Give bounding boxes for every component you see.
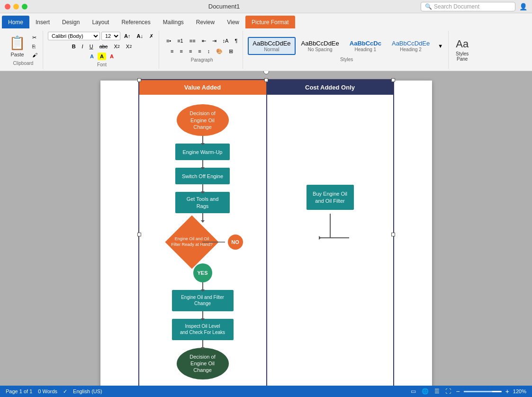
resize-handle-mr[interactable]	[391, 233, 395, 236]
flowchart-wrapper[interactable]: Value Added Decision of Engine Oil Chang…	[138, 79, 394, 386]
style-heading1[interactable]: AaBbCcDc Heading 1	[345, 37, 386, 55]
flowchart-steps: Decision of Engine Oil Change Engine War…	[139, 95, 266, 386]
print-layout-button[interactable]: ▭	[410, 388, 417, 395]
arrow-4	[202, 213, 203, 221]
align-center-button[interactable]: ≡	[177, 47, 185, 55]
decrease-indent-button[interactable]: ⇤	[199, 37, 208, 45]
step-oil-filter-change: Engine Oil and Filter Change	[172, 290, 234, 311]
style-normal[interactable]: AaBbCcDdEe Normal	[248, 37, 295, 55]
window-controls	[5, 4, 27, 9]
show-hide-button[interactable]: ¶	[232, 37, 240, 45]
rotate-handle[interactable]	[263, 71, 269, 74]
web-layout-button[interactable]: 🌐	[421, 388, 430, 395]
paste-label: Paste	[10, 52, 24, 57]
line-spacing-button[interactable]: ↕	[205, 47, 213, 55]
step-inspect: Inspect Oil Level and Check For Leaks	[172, 319, 234, 340]
zoom-minus[interactable]: −	[456, 388, 460, 395]
font-family-select[interactable]: Calibri (Body)	[48, 32, 100, 40]
ribbon-group-styles-pane: Aa Styles Pane	[451, 31, 474, 69]
increase-indent-button[interactable]: ⇥	[210, 37, 219, 45]
font-size-select[interactable]: 12	[101, 32, 120, 40]
style-no-spacing-label: No Spacing	[301, 47, 339, 52]
ribbon-tabs: Home Insert Design Layout References Mai…	[0, 13, 532, 28]
subscript-button[interactable]: X2	[111, 43, 122, 50]
tab-insert[interactable]: Insert	[29, 16, 56, 28]
zoom-slider[interactable]	[464, 391, 502, 392]
language[interactable]: English (US)	[73, 388, 102, 394]
tab-references[interactable]: References	[115, 16, 156, 28]
styles-more-button[interactable]: ▼	[435, 37, 445, 55]
ribbon-toolbar: 📋 Paste ✂ ⎘ 🖌 Clipboard Calibri (Body) 1…	[0, 28, 532, 71]
return-arrow-horiz	[311, 237, 349, 238]
justify-button[interactable]: ≡	[196, 47, 203, 55]
borders-button[interactable]: ⊞	[226, 47, 235, 55]
zoom-level[interactable]: 120%	[513, 388, 526, 394]
bold-button[interactable]: B	[70, 43, 78, 50]
font-color-button[interactable]: A	[108, 53, 116, 60]
search-placeholder: Search Document	[434, 3, 479, 10]
multilevel-list-button[interactable]: ≡≡	[187, 37, 198, 45]
format-painter-button[interactable]: 🖌	[30, 51, 40, 59]
tab-view[interactable]: View	[221, 16, 245, 28]
shading-button[interactable]: 🎨	[214, 47, 225, 55]
tab-home[interactable]: Home	[2, 16, 29, 28]
arrow-6	[202, 311, 203, 319]
maximize-button[interactable]	[22, 4, 27, 9]
strikethrough-button[interactable]: abc	[97, 43, 110, 50]
paste-button[interactable]: 📋 Paste	[7, 34, 28, 59]
word-count: 0 Words	[38, 388, 57, 394]
arrow-3	[202, 184, 203, 192]
minimize-button[interactable]	[13, 4, 19, 9]
clear-format-button[interactable]: ✗	[147, 32, 156, 40]
style-no-spacing[interactable]: AaBbCcDdEe No Spacing	[297, 37, 344, 55]
user-icon[interactable]: 👤	[519, 3, 527, 10]
tab-design[interactable]: Design	[56, 16, 86, 28]
style-heading2[interactable]: AaBbCcDdEe Heading 2	[387, 37, 434, 55]
resize-handle-tm[interactable]	[264, 78, 268, 82]
font-label: Font	[97, 62, 107, 67]
align-left-button[interactable]: ≡	[168, 47, 176, 55]
format-painter-icon: 🖌	[32, 52, 37, 58]
tab-picture-format[interactable]: Picture Format	[245, 16, 295, 28]
focus-button[interactable]: ⛶	[444, 388, 452, 395]
tab-review[interactable]: Review	[190, 16, 221, 28]
step-decision-start: Decision of Engine Oil Change	[177, 104, 229, 136]
resize-handle-tl[interactable]	[137, 78, 141, 82]
bullets-button[interactable]: ≡•	[164, 37, 173, 45]
resize-handle-ml[interactable]	[137, 233, 141, 236]
flowchart-left-column: Value Added Decision of Engine Oil Chang…	[139, 80, 267, 386]
text-effects-button[interactable]: A	[88, 53, 96, 60]
superscript-button[interactable]: X2	[124, 43, 134, 50]
highlight-button[interactable]: A	[98, 53, 106, 60]
paragraph-label: Paragraph	[191, 57, 213, 63]
cut-icon: ✂	[32, 35, 36, 41]
style-h2-text: AaBbCcDdEe	[392, 40, 430, 47]
copy-button[interactable]: ⎘	[30, 43, 40, 50]
status-bar: Page 1 of 1 0 Words ✓ English (US) ▭ 🌐 ☰…	[0, 386, 532, 397]
outline-button[interactable]: ☰	[433, 388, 441, 395]
tab-mailings[interactable]: Mailings	[157, 16, 190, 28]
diamond-wrapper: Engine Oil and Oil Filter Ready at Hand?…	[155, 221, 250, 263]
value-added-header: Value Added	[139, 80, 266, 95]
zoom-plus[interactable]: +	[505, 388, 509, 395]
ribbon-group-font: Calibri (Body) 12 A↑ A↓ ✗ B I U abc X2 X…	[45, 31, 159, 69]
arrow-1	[202, 136, 203, 144]
sort-button[interactable]: ↕A	[220, 37, 231, 45]
proofread-icon[interactable]: ✓	[63, 388, 67, 395]
resize-handle-tr[interactable]	[391, 78, 395, 82]
increase-font-button[interactable]: A↑	[122, 32, 133, 40]
cut-button[interactable]: ✂	[30, 34, 40, 42]
return-arrow-vertical	[330, 214, 331, 237]
tab-layout[interactable]: Layout	[86, 16, 115, 28]
search-box[interactable]: 🔍 Search Document	[421, 2, 515, 11]
underline-button[interactable]: U	[87, 43, 96, 50]
italic-button[interactable]: I	[80, 43, 86, 50]
align-right-button[interactable]: ≡	[187, 47, 194, 55]
decrease-font-button[interactable]: A↓	[134, 32, 145, 40]
styles-pane-button[interactable]: Aa Styles Pane	[453, 36, 471, 63]
styles-label: Styles	[340, 57, 353, 62]
numbering-button[interactable]: ≡1	[175, 37, 186, 45]
arrow-2	[202, 160, 203, 168]
copy-icon: ⎘	[32, 44, 36, 49]
close-button[interactable]	[5, 4, 10, 9]
